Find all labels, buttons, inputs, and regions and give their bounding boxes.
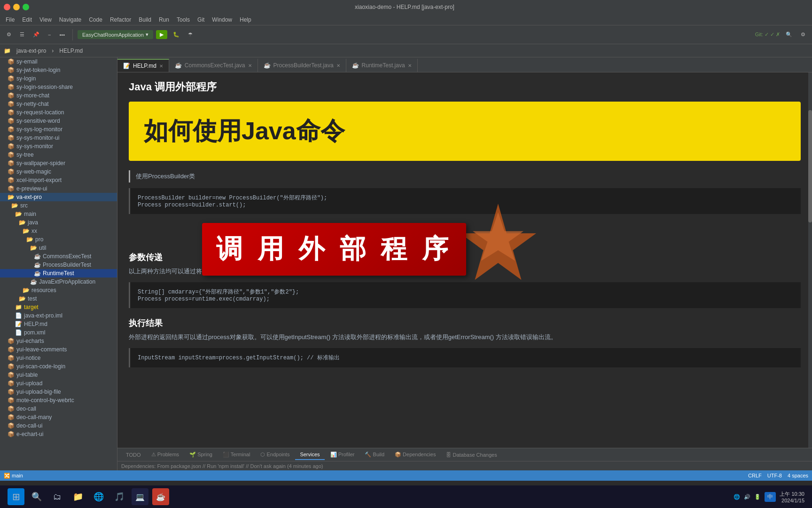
sidebar-item-yui-scan[interactable]: 📦yui-scan-code-login [0,362,117,371]
sidebar-item-sy-request[interactable]: 📦sy-request-location [0,108,117,117]
sidebar-item-pro[interactable]: 📂pro [0,235,117,244]
status-crlf[interactable]: CRLF [748,473,762,478]
coverage-button[interactable]: ☂ [185,30,195,40]
sidebar-item-xcel[interactable]: 📦xcel-import-export [0,176,117,184]
tab-help-md-close[interactable]: ✕ [159,64,163,69]
tab-commons-exec-close[interactable]: ✕ [248,63,252,68]
sidebar-item-yui-upload-big[interactable]: 📦yui-upload-big-file [0,388,117,396]
sidebar-item-runtime[interactable]: ☕RuntimeTest [0,269,117,278]
taskbar-browser-icon[interactable]: 🌐 [90,488,107,505]
bottom-tab-problems[interactable]: ⚠ Problems [147,450,184,460]
bottom-tab-endpoints[interactable]: ⬡ Endpoints [256,450,294,460]
menu-build[interactable]: Build [135,16,155,24]
toolbar-pin-btn[interactable]: 📌 [30,30,42,40]
menu-code[interactable]: Code [85,16,106,24]
sidebar-item-sy-email[interactable]: 📦sy-email [0,57,117,66]
taskbar-java-icon[interactable]: ☕ [152,488,169,505]
toolbar-layout-btn[interactable]: ☰ [17,30,27,40]
sidebar-item-sy-netty[interactable]: 📦sy-netty-chat [0,100,117,108]
menu-git[interactable]: Git [194,16,208,24]
tab-commons-exec[interactable]: ☕ CommonsExecTest.java ✕ [169,59,258,72]
menu-navigate[interactable]: Navigate [55,16,85,24]
menu-edit[interactable]: Edit [18,16,36,24]
toolbar-minus-btn[interactable]: − [45,30,54,40]
sidebar-item-process-builder[interactable]: ☕ProcessBuilderTest [0,261,117,269]
sidebar-item-sy-sensitive[interactable]: 📦sy-sensitive-word [0,117,117,125]
menu-view[interactable]: View [36,16,55,24]
sidebar-item-preview[interactable]: 📦e-preview-ui [0,184,117,193]
tab-process-builder-close[interactable]: ✕ [336,63,340,68]
sidebar-item-sy-web[interactable]: 📦sy-web-magic [0,167,117,176]
toolbar-dots-btn[interactable]: ••• [56,30,68,40]
menu-help[interactable]: Help [236,16,255,24]
sidebar-item-java[interactable]: 📂java [0,218,117,227]
sidebar-item-help-md[interactable]: 📝HELP.md [0,320,117,328]
menu-window[interactable]: Window [208,16,236,24]
bottom-tab-profiler[interactable]: 📊 Profiler [326,450,359,460]
close-button[interactable] [4,4,10,10]
scrollbar-track[interactable] [808,72,812,448]
sidebar-item-sy-login[interactable]: 📦sy-login [0,74,117,83]
status-indent[interactable]: 4 spaces [788,473,808,478]
taskbar-idea-icon[interactable]: 💻 [132,488,148,505]
sidebar-item-yui-table[interactable]: 📦yui-table [0,371,117,379]
tab-help-md[interactable]: 📝 HELP.md ✕ [117,59,169,72]
sidebar-item-pom[interactable]: 📄pom.xml [0,328,117,337]
tab-runtime[interactable]: ☕ RuntimeTest.java ✕ [346,59,418,72]
sidebar-item-java-ext-app[interactable]: ☕JavaExtProApplication [0,278,117,286]
scrollbar-thumb[interactable] [808,110,812,222]
tab-runtime-close[interactable]: ✕ [408,63,412,68]
window-controls[interactable] [4,4,29,10]
sidebar-item-yui-notice[interactable]: 📦yui-notice [0,354,117,362]
run-button[interactable]: ▶ [156,30,167,39]
minimize-button[interactable] [13,4,20,10]
bottom-tab-services[interactable]: Services [295,450,324,460]
sidebar-item-deo-call-ui[interactable]: 📦deo-call-ui [0,421,117,430]
taskbar-music-icon[interactable]: 🎵 [111,488,128,505]
taskbar-explorer-icon[interactable]: 📁 [70,488,86,505]
bottom-tab-dependencies[interactable]: 📦 Dependencies [390,450,440,460]
maximize-button[interactable] [23,4,29,10]
toolbar-settings-btn[interactable]: ⚙ [4,30,14,40]
taskbar-start-icon[interactable]: ⊞ [8,488,24,505]
taskbar-task-view-icon[interactable]: 🗂 [49,488,66,505]
sidebar-item-resources[interactable]: 📂resources [0,286,117,294]
sidebar-item-sy-login-session[interactable]: 📦sy-login-session-share [0,83,117,91]
sidebar-item-sy-monitor[interactable]: 📦sy-sys-monitor [0,142,117,151]
sidebar-item-commons-exec[interactable]: ☕CommonsExecTest [0,252,117,261]
bottom-tab-terminal[interactable]: ⬛ Terminal [218,450,255,460]
sidebar-item-src[interactable]: 📂src [0,201,117,210]
sidebar-item-sy-log[interactable]: 📦sy-sys-log-monitor [0,125,117,134]
menu-file[interactable]: File [2,16,18,24]
sidebar-item-main[interactable]: 📂main [0,210,117,218]
sidebar-item-target[interactable]: 📁target [0,303,117,311]
sidebar-item-deo-call-many[interactable]: 📦deo-call-many [0,413,117,421]
sidebar-item-deo-call[interactable]: 📦deo-call [0,405,117,413]
bottom-tab-build[interactable]: 🔨 Build [360,450,389,460]
settings-gear-btn[interactable]: ⚙ [798,30,808,40]
sidebar-item-sy-jwt[interactable]: 📦sy-jwt-token-login [0,66,117,74]
sidebar-item-va-ext-pro[interactable]: 📂va-ext-pro [0,193,117,201]
sidebar-item-test[interactable]: 📂test [0,294,117,303]
search-everywhere-btn[interactable]: 🔍 [783,30,795,40]
menu-refactor[interactable]: Refactor [106,16,135,24]
sidebar-item-yui-upload[interactable]: 📦yui-upload [0,379,117,388]
tab-process-builder[interactable]: ☕ ProcessBuilderTest.java ✕ [258,59,346,72]
sidebar-item-util[interactable]: 📂util [0,244,117,252]
debug-button[interactable]: 🐛 [170,30,182,40]
run-config-dropdown[interactable]: EasyChatRoomApplication ▾ [78,30,153,39]
sidebar-item-sy-tree[interactable]: 📦sy-tree [0,151,117,159]
sidebar-item-xx[interactable]: 📂xx [0,227,117,235]
bottom-tab-spring[interactable]: 🌱 Spring [185,450,217,460]
menu-run[interactable]: Run [155,16,173,24]
sidebar-item-sy-monitor-ui[interactable]: 📦sy-sys-monitor-ui [0,134,117,142]
menu-tools[interactable]: Tools [173,16,194,24]
sidebar-item-iml[interactable]: 📄java-ext-pro.iml [0,311,117,320]
status-charset[interactable]: UTF-8 [767,473,782,478]
sidebar-item-sy-more-chat[interactable]: 📦sy-more-chat [0,91,117,100]
taskbar-search-icon[interactable]: 🔍 [28,488,45,505]
sidebar-item-yui-echarts[interactable]: 📦yui-echarts [0,337,117,345]
sidebar-item-remote-control[interactable]: 📦mote-control-by-webrtc [0,396,117,405]
editor-content[interactable]: Java 调用外部程序 如何使用Java命令 使用ProcessBuilder类… [117,72,812,448]
sidebar-item-yui-leave[interactable]: 📦yui-leave-comments [0,345,117,354]
